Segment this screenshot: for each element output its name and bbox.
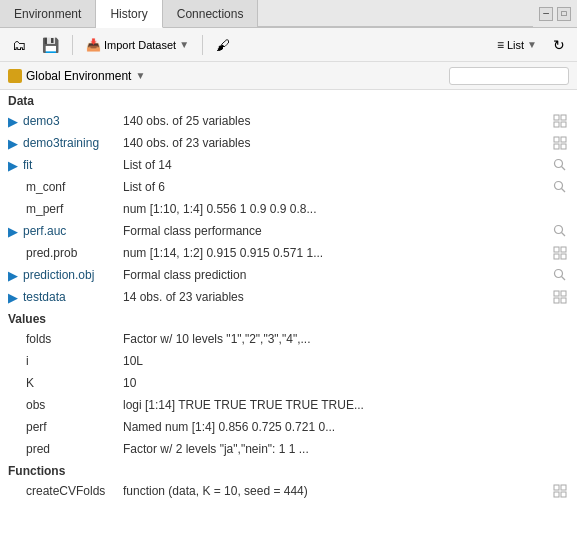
row-name-text: folds [26, 332, 51, 346]
svg-point-8 [555, 160, 563, 168]
environment-chevron-icon: ▼ [135, 70, 145, 81]
search-input[interactable] [449, 67, 569, 85]
table-row[interactable]: ▶demo3140 obs. of 25 variables [0, 110, 577, 132]
svg-line-13 [562, 233, 566, 237]
toolbar-right: ≡ List ▼ ↻ [491, 34, 571, 56]
row-name-text: perf [26, 420, 47, 434]
row-name: pred.prob [8, 246, 123, 260]
row-name-text: prediction.obj [23, 268, 94, 282]
import-label: Import Dataset [104, 39, 176, 51]
toolbar-separator [72, 35, 73, 55]
svg-rect-15 [561, 247, 566, 252]
toolbar: 🗂 💾 📥 Import Dataset ▼ 🖌 ≡ List ▼ ↻ [0, 28, 577, 62]
row-name-text: demo3training [23, 136, 99, 150]
svg-line-9 [562, 167, 566, 171]
grid-icon [551, 136, 569, 150]
table-row[interactable]: m_perfnum [1:10, 1:4] 0.556 1 0.9 0.9 0.… [0, 198, 577, 220]
svg-rect-17 [561, 254, 566, 259]
row-name[interactable]: ▶demo3training [8, 136, 123, 151]
table-row[interactable]: ▶perf.aucFormal class performance [0, 220, 577, 242]
row-name: perf [8, 420, 123, 434]
tab-connections[interactable]: Connections [163, 0, 259, 27]
row-name: m_perf [8, 202, 123, 216]
svg-line-19 [562, 277, 566, 281]
table-row[interactable]: obslogi [1:14] TRUE TRUE TRUE TRUE TRUE.… [0, 394, 577, 416]
svg-rect-14 [554, 247, 559, 252]
table-row[interactable]: ▶prediction.objFormal class prediction [0, 264, 577, 286]
svg-rect-5 [561, 137, 566, 142]
row-description: 140 obs. of 23 variables [123, 136, 551, 150]
row-name[interactable]: ▶perf.auc [8, 224, 123, 239]
row-name: createCVFolds [8, 484, 123, 498]
table-row[interactable]: perfNamed num [1:4] 0.856 0.725 0.721 0.… [0, 416, 577, 438]
grid-icon [551, 246, 569, 260]
table-row[interactable]: ▶fitList of 14 [0, 154, 577, 176]
maximize-button[interactable]: □ [557, 7, 571, 21]
svg-rect-0 [554, 115, 559, 120]
table-row[interactable]: foldsFactor w/ 10 levels "1","2","3","4"… [0, 328, 577, 350]
environment-selector[interactable]: Global Environment ▼ [8, 69, 145, 83]
row-description: 10L [123, 354, 551, 368]
row-name: obs [8, 398, 123, 412]
open-icon: 🗂 [12, 37, 26, 53]
table-row[interactable]: K10 [0, 372, 577, 394]
tab-history[interactable]: History [96, 0, 162, 28]
table-row[interactable]: predFactor w/ 2 levels "ja","nein": 1 1 … [0, 438, 577, 460]
table-row[interactable]: createCVFoldsfunction (data, K = 10, see… [0, 480, 577, 502]
brush-icon: 🖌 [216, 37, 230, 53]
arrow-icon: ▶ [8, 136, 18, 151]
row-description: function (data, K = 10, seed = 444) [123, 484, 551, 498]
row-name-text: obs [26, 398, 45, 412]
minimize-button[interactable]: ─ [539, 7, 553, 21]
svg-rect-24 [554, 485, 559, 490]
table-row[interactable]: ▶testdata14 obs. of 23 variables [0, 286, 577, 308]
search-icon [551, 224, 569, 238]
row-name: i [8, 354, 123, 368]
svg-rect-26 [554, 492, 559, 497]
svg-point-12 [555, 226, 563, 234]
row-name[interactable]: ▶prediction.obj [8, 268, 123, 283]
svg-rect-27 [561, 492, 566, 497]
row-name[interactable]: ▶demo3 [8, 114, 123, 129]
list-chevron-icon: ▼ [527, 39, 537, 50]
svg-point-18 [555, 270, 563, 278]
svg-rect-16 [554, 254, 559, 259]
section-header-values: Values [0, 308, 577, 328]
svg-rect-7 [561, 144, 566, 149]
table-row[interactable]: ▶demo3training140 obs. of 23 variables [0, 132, 577, 154]
tab-environment[interactable]: Environment [0, 0, 96, 27]
table-row[interactable]: m_confList of 6 [0, 176, 577, 198]
arrow-icon: ▶ [8, 268, 18, 283]
toolbar-separator-2 [202, 35, 203, 55]
svg-line-11 [562, 189, 566, 193]
environment-icon [8, 69, 22, 83]
save-button[interactable]: 💾 [36, 34, 65, 56]
row-name-text: testdata [23, 290, 66, 304]
row-name: K [8, 376, 123, 390]
brush-button[interactable]: 🖌 [210, 34, 236, 56]
table-row[interactable]: i10L [0, 350, 577, 372]
list-label: List [507, 39, 524, 51]
row-name-text: m_conf [26, 180, 65, 194]
open-button[interactable]: 🗂 [6, 34, 32, 56]
table-row[interactable]: pred.probnum [1:14, 1:2] 0.915 0.915 0.5… [0, 242, 577, 264]
arrow-icon: ▶ [8, 114, 18, 129]
environment-label: Global Environment [26, 69, 131, 83]
grid-icon [551, 114, 569, 128]
row-name-text: pred [26, 442, 50, 456]
content-area: Data▶demo3140 obs. of 25 variables ▶demo… [0, 90, 577, 544]
arrow-icon: ▶ [8, 290, 18, 305]
row-name[interactable]: ▶testdata [8, 290, 123, 305]
row-description: num [1:10, 1:4] 0.556 1 0.9 0.9 0.8... [123, 202, 551, 216]
list-view-button[interactable]: ≡ List ▼ [491, 35, 543, 55]
row-description: num [1:14, 1:2] 0.915 0.915 0.571 1... [123, 246, 551, 260]
section-header-data: Data [0, 90, 577, 110]
row-description: 140 obs. of 25 variables [123, 114, 551, 128]
row-name[interactable]: ▶fit [8, 158, 123, 173]
search-icon [551, 180, 569, 194]
row-name: pred [8, 442, 123, 456]
import-dataset-button[interactable]: 📥 Import Dataset ▼ [80, 35, 195, 55]
section-header-functions: Functions [0, 460, 577, 480]
row-description: List of 6 [123, 180, 551, 194]
refresh-button[interactable]: ↻ [547, 34, 571, 56]
